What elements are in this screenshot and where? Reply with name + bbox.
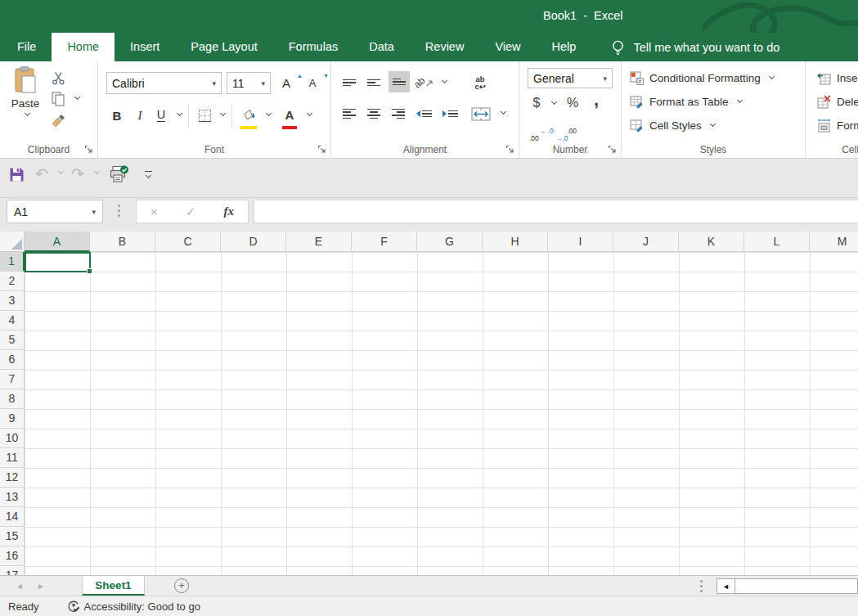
row-header-1[interactable]: 1 <box>0 252 25 272</box>
italic-button[interactable]: I <box>131 106 149 125</box>
row-header-13[interactable]: 13 <box>0 488 25 507</box>
column-header-D[interactable]: D <box>221 232 286 252</box>
tab-home[interactable]: Home <box>52 33 115 61</box>
borders-button[interactable] <box>196 107 213 124</box>
active-cell-selection[interactable] <box>25 252 91 272</box>
row-header-11[interactable]: 11 <box>0 448 25 468</box>
delete-cells-button[interactable]: Delete <box>817 92 858 111</box>
insert-cells-button[interactable]: Insert <box>817 68 858 88</box>
align-right-button[interactable] <box>389 104 408 124</box>
redo-button[interactable]: ↷ <box>69 164 87 185</box>
column-header-C[interactable]: C <box>155 232 221 252</box>
tab-page-layout[interactable]: Page Layout <box>175 33 272 61</box>
cancel-icon[interactable]: × <box>150 205 158 218</box>
formula-input[interactable] <box>254 200 858 223</box>
save-button[interactable] <box>7 164 26 185</box>
insert-function-icon[interactable]: fx <box>223 205 234 218</box>
bold-button[interactable]: B <box>108 106 126 125</box>
accounting-chevron-icon[interactable] <box>551 99 557 105</box>
row-header-6[interactable]: 6 <box>0 350 25 370</box>
align-left-button[interactable] <box>339 104 359 124</box>
shrink-font-button[interactable]: A ▼ <box>303 73 322 92</box>
merge-center-button[interactable] <box>469 104 493 124</box>
sheet-tab-sheet1[interactable]: Sheet1 <box>82 576 145 596</box>
horizontal-scrollbar[interactable]: ◄ <box>716 578 858 594</box>
row-header-9[interactable]: 9 <box>0 409 25 429</box>
cut-button[interactable] <box>49 70 67 86</box>
alignment-dialog-launcher[interactable] <box>505 145 514 154</box>
clipboard-dialog-launcher[interactable] <box>84 145 93 154</box>
font-size-select[interactable]: 11 ▾ <box>227 72 271 94</box>
tab-formulas[interactable]: Formulas <box>273 33 353 61</box>
increase-indent-button[interactable] <box>439 104 460 124</box>
percent-style-button[interactable]: % <box>564 94 582 112</box>
row-header-10[interactable]: 10 <box>0 429 25 448</box>
wrap-text-button[interactable]: ab c↩ <box>469 71 492 94</box>
column-header-M[interactable]: M <box>810 232 858 252</box>
merge-center-chevron-icon[interactable] <box>501 109 506 115</box>
printer-status-button[interactable] <box>108 164 131 185</box>
decrease-indent-button[interactable] <box>413 104 434 124</box>
number-format-dropdown-icon[interactable]: ▾ <box>603 74 607 83</box>
scrollbar-thumb[interactable] <box>735 579 857 593</box>
tab-review[interactable]: Review <box>410 33 480 61</box>
column-header-F[interactable]: F <box>352 232 417 252</box>
column-header-H[interactable]: H <box>483 232 548 252</box>
accounting-format-button[interactable]: $ <box>529 94 544 112</box>
paste-button[interactable]: Paste <box>7 66 44 142</box>
row-header-12[interactable]: 12 <box>0 468 25 488</box>
font-color-chevron-icon[interactable] <box>307 110 312 116</box>
fill-color-chevron-icon[interactable] <box>266 110 272 116</box>
row-header-2[interactable]: 2 <box>0 272 25 291</box>
tab-view[interactable]: View <box>479 33 536 61</box>
tab-help[interactable]: Help <box>537 33 592 61</box>
number-format-select[interactable]: General ▾ <box>528 68 613 88</box>
row-header-8[interactable]: 8 <box>0 389 25 409</box>
font-size-dropdown-icon[interactable]: ▾ <box>261 79 265 88</box>
column-header-B[interactable]: B <box>90 232 155 252</box>
add-sheet-button[interactable]: + <box>174 578 189 593</box>
column-header-J[interactable]: J <box>613 232 679 252</box>
align-top-button[interactable] <box>339 73 359 92</box>
sheet-nav-right-icon[interactable]: ► <box>33 576 49 596</box>
row-header-5[interactable]: 5 <box>0 330 25 350</box>
tab-insert[interactable]: Insert <box>115 33 175 61</box>
font-color-button[interactable]: A <box>280 104 299 125</box>
column-header-K[interactable]: K <box>679 232 744 252</box>
fill-color-button[interactable] <box>239 104 258 125</box>
format-cells-button[interactable]: Format <box>817 115 858 135</box>
row-header-4[interactable]: 4 <box>0 311 25 330</box>
sheet-nav-left-icon[interactable]: ◄ <box>11 576 28 596</box>
column-header-A[interactable]: A <box>25 232 90 252</box>
name-box-dropdown-icon[interactable]: ▾ <box>92 208 96 216</box>
column-header-I[interactable]: I <box>548 232 613 252</box>
copy-button[interactable] <box>49 91 67 107</box>
grow-font-button[interactable]: A ▲ <box>276 73 296 92</box>
borders-chevron-icon[interactable] <box>220 110 226 116</box>
scroll-left-button[interactable]: ◄ <box>717 579 735 593</box>
fill-handle[interactable] <box>87 268 92 274</box>
tab-data[interactable]: Data <box>353 33 410 61</box>
accessibility-status[interactable]: Accessibility: Good to go <box>67 600 200 613</box>
cell-styles-button[interactable]: Cell Styles <box>630 115 715 135</box>
column-header-E[interactable]: E <box>286 232 352 252</box>
orientation-button[interactable]: ab <box>413 73 434 92</box>
align-bottom-button[interactable] <box>389 71 410 92</box>
conditional-formatting-button[interactable]: ≠ Conditional Formatting <box>630 68 774 88</box>
customize-qat-button[interactable] <box>141 164 155 185</box>
redo-chevron-icon[interactable] <box>94 169 100 174</box>
font-name-select[interactable]: Calibri ▾ <box>106 72 222 94</box>
undo-chevron-icon[interactable] <box>58 169 64 174</box>
enter-icon[interactable]: ✓ <box>186 205 196 219</box>
tell-me-box[interactable]: Tell me what you want to do <box>611 33 779 61</box>
row-header-15[interactable]: 15 <box>0 527 25 546</box>
underline-chevron-icon[interactable] <box>177 110 182 116</box>
align-middle-button[interactable] <box>364 73 384 92</box>
number-dialog-launcher[interactable] <box>608 145 617 154</box>
orientation-chevron-icon[interactable] <box>442 78 447 83</box>
namebox-resize-handle[interactable] <box>118 205 120 217</box>
underline-button[interactable]: U <box>152 106 170 125</box>
column-header-G[interactable]: G <box>417 232 483 252</box>
copy-chevron-icon[interactable] <box>74 94 80 100</box>
paste-chevron-icon[interactable] <box>24 110 29 116</box>
